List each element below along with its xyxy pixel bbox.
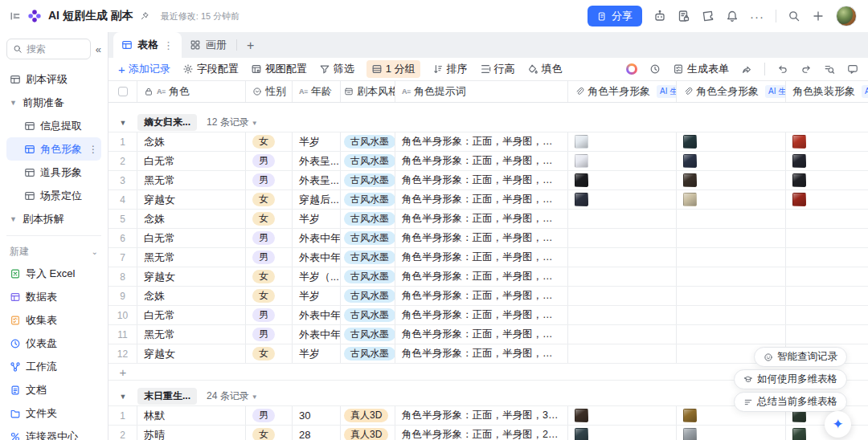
cell-image[interactable]	[786, 190, 868, 209]
row-number[interactable]: 2	[108, 426, 137, 440]
cell-image[interactable]	[568, 267, 677, 286]
cell-prompt[interactable]: 角色半身形象：正面，半身图，中年中国...	[395, 248, 568, 267]
cell-image[interactable]	[568, 229, 677, 247]
filter-button[interactable]: 筛选	[319, 62, 354, 76]
sidebar-new-section[interactable]: 新建 ⌄	[6, 241, 101, 262]
sidebar-new-数据表[interactable]: 数据表	[6, 285, 101, 308]
how-to-use-pill[interactable]: 如何使用多维表格	[734, 369, 847, 389]
cell-image[interactable]	[786, 229, 868, 247]
cell-style[interactable]: 古风水墨	[341, 306, 395, 324]
cell-image[interactable]	[786, 132, 868, 151]
cell-age[interactable]: 半岁	[293, 287, 341, 305]
widget-icon[interactable]	[702, 10, 714, 22]
cell-age[interactable]: 半岁（...	[293, 267, 341, 286]
cell-gender[interactable]: 女	[246, 344, 293, 363]
cell-image[interactable]	[677, 306, 786, 324]
image-thumbnail[interactable]	[575, 409, 588, 422]
sidebar-item-剧本拆解[interactable]: ▼剧本拆解	[6, 207, 101, 230]
cell-image[interactable]	[568, 406, 677, 425]
cell-role-name[interactable]: 穿越女	[137, 344, 246, 363]
cell-prompt[interactable]: 角色半身形象：正面，半身图，外表中年...	[395, 306, 568, 324]
cell-style[interactable]: 古风水墨	[341, 210, 395, 228]
collapse-group-icon[interactable]: ▼	[108, 119, 137, 127]
user-avatar[interactable]	[836, 6, 857, 26]
image-thumbnail[interactable]	[792, 173, 806, 187]
cell-image[interactable]	[677, 190, 786, 209]
row-number[interactable]: 2	[108, 152, 137, 170]
undo-icon[interactable]	[777, 63, 788, 75]
row-number[interactable]: 6	[108, 229, 137, 247]
cell-image[interactable]	[568, 210, 677, 228]
fill-color-button[interactable]: 填色	[527, 62, 563, 76]
group-record-count[interactable]: 12 条记录▼	[207, 116, 258, 129]
sidebar-item-角色形象[interactable]: 角色形象⋮	[6, 137, 101, 161]
cell-role-name[interactable]: 黑无常	[137, 325, 246, 344]
cell-prompt[interactable]: 角色半身形象：正面，半身图，半岁中国...	[395, 190, 568, 209]
field-config-button[interactable]: 字段配置	[182, 62, 239, 76]
redo-icon[interactable]	[800, 63, 812, 75]
row-height-button[interactable]: 行高	[480, 62, 515, 76]
cell-gender[interactable]: 男	[246, 406, 293, 425]
comment-icon[interactable]	[847, 63, 858, 75]
cell-image[interactable]	[568, 190, 677, 209]
cell-gender[interactable]: 男	[246, 171, 293, 189]
image-thumbnail[interactable]	[575, 173, 588, 187]
cell-prompt[interactable]: 角色半身形象：正面，半身图，半岁中国...	[395, 210, 568, 228]
cell-role-name[interactable]: 苏晴	[137, 426, 246, 440]
sidebar-new-文件夹[interactable]: 文件夹	[6, 401, 101, 425]
row-number[interactable]: 4	[108, 190, 137, 209]
smart-query-pill[interactable]: 智能查询记录	[754, 347, 847, 367]
cell-prompt[interactable]: 角色半身形象：正面，半身图，中年中国...	[395, 152, 568, 170]
cell-image[interactable]	[568, 287, 677, 305]
add-record-button[interactable]: +添加记录	[118, 62, 170, 76]
sidebar-item-道具形象[interactable]: 道具形象	[6, 161, 101, 184]
cell-image[interactable]	[786, 152, 868, 170]
cell-age[interactable]: 30	[293, 406, 341, 425]
row-number[interactable]: 7	[108, 248, 137, 267]
cell-image[interactable]	[677, 267, 786, 286]
sidebar-new-导入 Excel[interactable]: 导入 Excel	[6, 262, 101, 285]
cell-gender[interactable]: 男	[246, 325, 293, 344]
cell-age[interactable]: 外表呈...	[293, 152, 341, 170]
cell-gender[interactable]: 女	[246, 287, 293, 305]
column-header-role[interactable]: A≡ 角色	[137, 81, 246, 102]
cell-style[interactable]: 古风水墨	[341, 152, 395, 170]
cell-image[interactable]	[677, 325, 786, 344]
cell-prompt[interactable]: 角色半身形象：正面，半身图，30岁中国...	[395, 406, 568, 425]
image-thumbnail[interactable]	[792, 154, 806, 168]
image-thumbnail[interactable]	[575, 135, 588, 149]
cell-prompt[interactable]: 角色半身形象：正面，半身图，外表中年...	[395, 325, 568, 344]
cell-image[interactable]	[786, 325, 868, 344]
group-record-count[interactable]: 24 条记录▼	[207, 389, 258, 403]
cell-gender[interactable]: 女	[246, 190, 293, 209]
cell-prompt[interactable]: 角色半身形象：正面，半身图，中年中国...	[395, 171, 568, 189]
sidebar-new-工作流[interactable]: 工作流	[6, 355, 101, 378]
image-thumbnail[interactable]	[792, 135, 806, 149]
search-input[interactable]	[27, 43, 84, 55]
ai-beautify-icon[interactable]	[626, 63, 637, 75]
robot-icon[interactable]	[653, 10, 666, 22]
more-menu-icon[interactable]: ···	[750, 10, 764, 23]
sidebar-item-信息提取[interactable]: 信息提取	[6, 114, 101, 137]
row-number[interactable]: 8	[108, 267, 137, 286]
cell-gender[interactable]: 女	[246, 132, 293, 151]
cell-age[interactable]: 外表中年	[293, 325, 341, 344]
cell-age[interactable]: 外表中年	[293, 248, 341, 267]
tab-gallery-view[interactable]: 画册	[182, 32, 235, 58]
cell-prompt[interactable]: 角色半身形象：正面，半身图，半岁中国...	[395, 287, 568, 305]
cell-age[interactable]: 外表中年	[293, 306, 341, 324]
group-button[interactable]: 1 分组	[366, 60, 420, 78]
add-view-button[interactable]: +	[239, 39, 262, 58]
cell-image[interactable]	[568, 306, 677, 324]
cell-image[interactable]	[786, 267, 868, 286]
sidebar-new-文档[interactable]: 文档	[6, 378, 101, 401]
caret-down-icon[interactable]: ▼	[10, 215, 18, 223]
cell-style[interactable]: 古风水墨	[341, 171, 395, 189]
cell-image[interactable]	[786, 210, 868, 228]
column-header-age[interactable]: A≡ 年龄	[293, 81, 341, 102]
cell-image[interactable]	[568, 248, 677, 267]
image-thumbnail[interactable]	[575, 193, 588, 206]
cell-role-name[interactable]: 黑无常	[137, 248, 246, 267]
image-thumbnail[interactable]	[683, 409, 697, 422]
notifications-bell-icon[interactable]	[726, 10, 739, 22]
